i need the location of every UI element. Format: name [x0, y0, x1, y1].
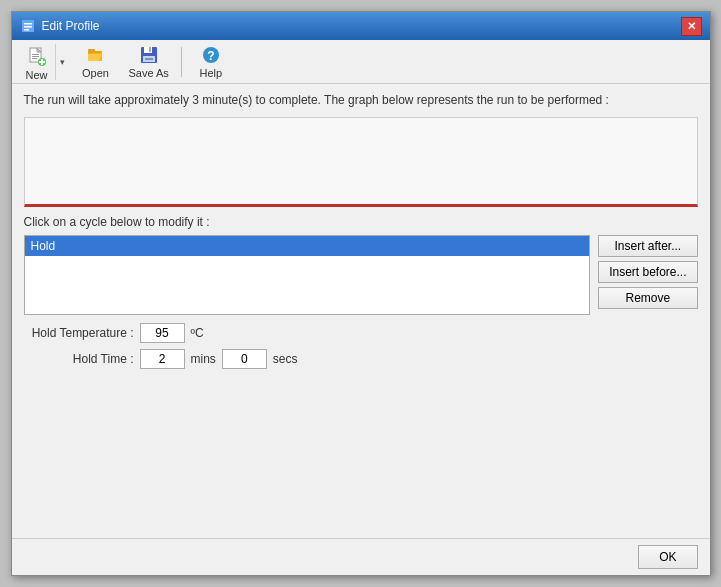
- save-as-label: Save As: [129, 67, 169, 79]
- temp-unit: ºC: [191, 326, 204, 340]
- dropdown-arrow: ▾: [60, 57, 65, 67]
- open-button[interactable]: Open: [72, 44, 120, 80]
- time-secs-input[interactable]: [222, 349, 267, 369]
- edit-profile-window: Edit Profile ✕: [11, 11, 711, 576]
- cycle-section-label: Click on a cycle below to modify it :: [24, 215, 698, 229]
- temp-row: Hold Temperature : ºC: [24, 323, 698, 343]
- temp-label: Hold Temperature :: [24, 326, 134, 340]
- save-as-icon: [139, 45, 159, 65]
- help-label: Help: [200, 67, 223, 79]
- time-secs-unit: secs: [273, 352, 298, 366]
- params-section: Hold Temperature : ºC Hold Time : mins s…: [24, 323, 698, 369]
- cycle-buttons: Insert after... Insert before... Remove: [598, 235, 697, 315]
- svg-rect-19: [145, 58, 153, 60]
- title-bar: Edit Profile ✕: [12, 12, 710, 40]
- ok-button[interactable]: OK: [638, 545, 697, 569]
- time-mins-unit: mins: [191, 352, 216, 366]
- title-bar-buttons: ✕: [681, 17, 702, 36]
- help-icon: ?: [201, 45, 221, 65]
- toolbar-separator: [181, 47, 182, 77]
- open-icon: [86, 45, 106, 65]
- main-content: The run will take approximately 3 minute…: [12, 84, 710, 538]
- window-icon: [20, 18, 36, 34]
- title-bar-left: Edit Profile: [20, 18, 100, 34]
- cycle-list[interactable]: Hold: [24, 235, 591, 315]
- remove-button[interactable]: Remove: [598, 287, 697, 309]
- time-label: Hold Time :: [24, 352, 134, 366]
- svg-rect-1: [24, 23, 32, 25]
- close-button[interactable]: ✕: [681, 17, 702, 36]
- time-row: Hold Time : mins secs: [24, 349, 698, 369]
- insert-before-button[interactable]: Insert before...: [598, 261, 697, 283]
- save-as-button[interactable]: Save As: [122, 44, 176, 80]
- info-text: The run will take approximately 3 minute…: [24, 92, 698, 109]
- svg-rect-7: [32, 56, 39, 57]
- svg-rect-3: [24, 29, 29, 31]
- svg-rect-2: [24, 26, 32, 28]
- toolbar: New ▾ Open: [12, 40, 710, 84]
- new-dropdown-button[interactable]: ▾: [55, 44, 69, 80]
- graph-area: [24, 117, 698, 207]
- footer: OK: [12, 538, 710, 575]
- new-button-group: New ▾: [18, 43, 70, 81]
- svg-rect-8: [32, 58, 37, 59]
- svg-rect-6: [32, 54, 39, 55]
- cycle-area: Hold Insert after... Insert before... Re…: [24, 235, 698, 315]
- new-button[interactable]: New: [19, 44, 55, 80]
- svg-rect-11: [39, 61, 45, 63]
- help-button[interactable]: ? Help: [187, 44, 235, 80]
- cycle-section: Click on a cycle below to modify it : Ho…: [24, 215, 698, 315]
- svg-text:?: ?: [207, 49, 214, 63]
- new-icon: [27, 47, 47, 67]
- insert-after-button[interactable]: Insert after...: [598, 235, 697, 257]
- new-label: New: [25, 69, 47, 81]
- window-title: Edit Profile: [42, 19, 100, 33]
- svg-rect-17: [149, 47, 151, 52]
- svg-rect-14: [88, 49, 95, 52]
- list-item[interactable]: Hold: [25, 236, 590, 256]
- temp-input[interactable]: [140, 323, 185, 343]
- open-label: Open: [82, 67, 109, 79]
- time-mins-input[interactable]: [140, 349, 185, 369]
